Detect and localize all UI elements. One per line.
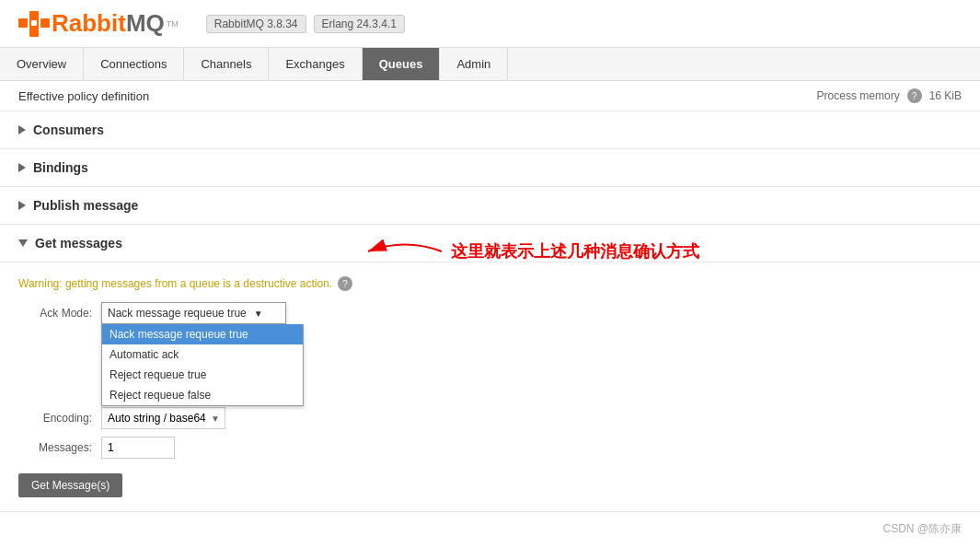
encoding-row: Encoding: Auto string / base64 <box>18 407 962 429</box>
navbar: Overview Connections Channels Exchanges … <box>0 48 980 81</box>
header: Rabbit MQ TM RabbitMQ 3.8.34 Erlang 24.3… <box>0 0 980 48</box>
ack-option-nack-requeue-true[interactable]: Nack message requeue true <box>102 324 303 344</box>
ack-option-reject-requeue-true[interactable]: Reject requeue true <box>102 365 303 385</box>
ack-mode-options-list: Nack message requeue true Automatic ack … <box>101 324 304 406</box>
warning-row: Warning: getting messages from a queue i… <box>18 276 962 291</box>
get-messages-section-title: Get messages <box>35 236 122 251</box>
nav-queues[interactable]: Queues <box>363 48 441 80</box>
consumers-section-header[interactable]: Consumers <box>0 111 980 149</box>
nav-admin[interactable]: Admin <box>440 48 508 80</box>
nav-overview[interactable]: Overview <box>0 48 84 80</box>
nav-connections[interactable]: Connections <box>84 48 184 80</box>
get-messages-expand-icon <box>18 239 28 247</box>
erlang-version-badge: Erlang 24.3.4.1 <box>314 15 405 33</box>
ack-mode-row: Ack Mode: Nack message requeue true ▼ Na… <box>18 302 962 324</box>
svg-rect-3 <box>31 20 37 26</box>
messages-label: Messages: <box>18 441 92 454</box>
publish-message-expand-icon <box>18 201 26 210</box>
publish-message-section-header[interactable]: Publish message <box>0 187 980 225</box>
consumers-section-title: Consumers <box>33 122 104 137</box>
get-messages-button[interactable]: Get Message(s) <box>18 473 122 497</box>
bindings-section-title: Bindings <box>33 160 88 175</box>
warning-text: Warning: getting messages from a queue i… <box>18 277 332 290</box>
get-messages-section-header[interactable]: Get messages <box>0 225 980 262</box>
policy-definition-label: Effective policy definition <box>18 89 149 103</box>
encoding-select[interactable]: Auto string / base64 <box>101 407 225 429</box>
logo-rabbit-text: Rabbit <box>52 9 126 38</box>
encoding-label: Encoding: <box>18 412 92 425</box>
version-badges: RabbitMQ 3.8.34 Erlang 24.3.4.1 <box>206 15 405 33</box>
ack-mode-dropdown-container: Nack message requeue true ▼ Nack message… <box>101 302 286 324</box>
process-memory-value: 16 KiB <box>929 89 962 102</box>
messages-row: Messages: <box>18 437 962 459</box>
main-wrapper: Rabbit MQ TM RabbitMQ 3.8.34 Erlang 24.3… <box>0 0 980 546</box>
ack-mode-selected-value: Nack message requeue true <box>108 307 247 320</box>
encoding-select-wrapper: Auto string / base64 <box>101 407 225 429</box>
ack-option-reject-requeue-false[interactable]: Reject requeue false <box>102 385 303 405</box>
policy-right-info: Process memory ? 16 KiB <box>817 88 962 103</box>
svg-rect-2 <box>40 18 50 28</box>
process-memory-help-icon[interactable]: ? <box>907 88 922 103</box>
logo: Rabbit MQ TM <box>18 9 179 38</box>
consumers-expand-icon <box>18 125 26 134</box>
ack-mode-select-display[interactable]: Nack message requeue true ▼ <box>101 302 286 324</box>
nav-exchanges[interactable]: Exchanges <box>269 48 362 80</box>
content: Effective policy definition Process memo… <box>0 81 980 512</box>
messages-input[interactable] <box>101 437 175 459</box>
bindings-section-header[interactable]: Bindings <box>0 149 980 187</box>
policy-definition-row: Effective policy definition Process memo… <box>0 81 980 111</box>
nav-channels[interactable]: Channels <box>184 48 269 80</box>
process-memory-label: Process memory <box>817 89 900 102</box>
ack-mode-dropdown-arrow: ▼ <box>254 309 263 319</box>
publish-message-section-title: Publish message <box>33 198 138 213</box>
rabbitmq-version-badge: RabbitMQ 3.8.34 <box>206 15 306 33</box>
get-messages-body: Warning: getting messages from a queue i… <box>0 262 980 511</box>
ack-mode-label: Ack Mode: <box>18 307 92 320</box>
get-messages-section: Get messages Warning: getting messages f… <box>0 225 980 512</box>
bindings-expand-icon <box>18 163 26 172</box>
warning-help-icon[interactable]: ? <box>338 276 352 291</box>
watermark: CSDN @陈亦康 <box>0 512 980 546</box>
ack-option-automatic-ack[interactable]: Automatic ack <box>102 344 303 365</box>
rabbitmq-logo-icon <box>18 11 52 37</box>
logo-mq-text: MQ <box>126 9 165 38</box>
logo-tm-text: TM <box>167 19 179 29</box>
svg-rect-0 <box>18 18 28 28</box>
